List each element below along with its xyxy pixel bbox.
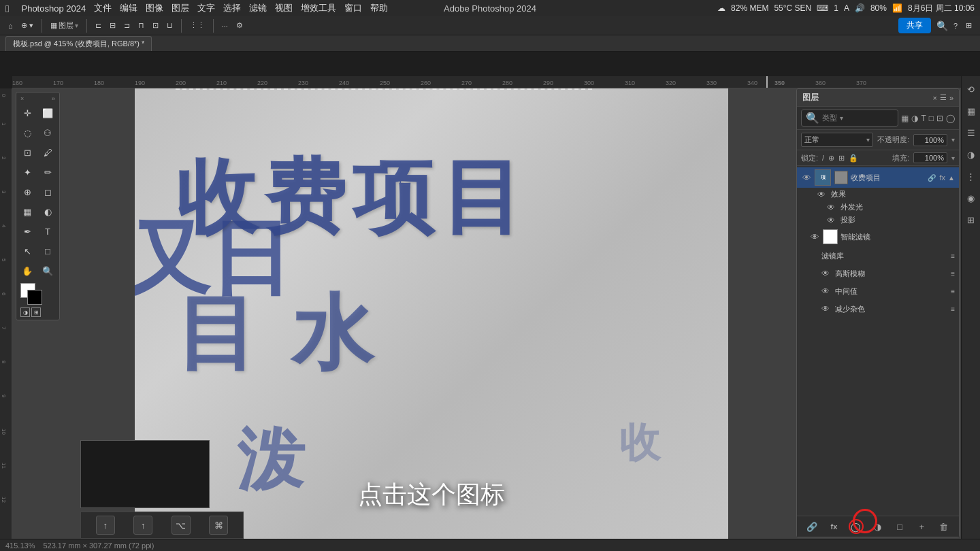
path-select-tool-btn[interactable]: ↖ <box>18 241 37 261</box>
crop-tool-btn[interactable]: ⊡ <box>18 143 37 162</box>
add-style-btn[interactable]: fx <box>826 519 841 534</box>
filter-adjust-icon[interactable]: ◑ <box>911 114 918 123</box>
preview-btn-up[interactable]: ↑ <box>96 516 115 535</box>
filter-shape-icon[interactable]: □ <box>929 114 934 123</box>
eyedropper-tool-btn[interactable]: 🖊 <box>38 143 57 162</box>
dodge-tool-btn[interactable]: ◐ <box>38 202 57 221</box>
menu-layer[interactable]: 图层 <box>172 2 189 14</box>
canvas-document[interactable]: 又日 收费项目 目 水 泼 收 点击这个图标 <box>135 88 728 539</box>
reduce-noise-visibility[interactable]: 👁 <box>821 304 832 314</box>
menu-plugins[interactable]: 增效工具 <box>301 2 336 14</box>
brush-tool-btn[interactable]: ✏ <box>38 163 57 182</box>
menu-type[interactable]: 文字 <box>197 2 215 14</box>
smart-filter-layer[interactable]: 👁 智能滤镜 <box>797 227 959 247</box>
help-btn[interactable]: ? <box>951 20 960 31</box>
panel-collapse-btn[interactable]: × <box>20 95 24 102</box>
align-left-btn[interactable]: ⊏ <box>93 20 104 31</box>
menu-image[interactable]: 图像 <box>146 2 163 14</box>
layer-collapse-arrow[interactable]: ▲ <box>948 174 955 182</box>
menu-view[interactable]: 视图 <box>275 2 293 14</box>
align-right-btn[interactable]: ⊐ <box>121 20 133 31</box>
median-visibility[interactable]: 👁 <box>821 286 832 296</box>
filter-pixel-icon[interactable]: ▦ <box>901 114 909 123</box>
arrange-btn[interactable]: ⊞ <box>963 20 975 31</box>
hand-tool-btn[interactable]: ✋ <box>18 261 37 280</box>
settings-btn[interactable]: ⚙ <box>233 20 246 31</box>
menu-window[interactable]: 窗口 <box>344 2 362 14</box>
home-button[interactable]: ⌂ <box>5 20 16 31</box>
search-icon[interactable]: 🔍 <box>936 20 948 31</box>
fill-dropdown-icon[interactable]: ▾ <box>951 154 955 162</box>
fill-input[interactable]: 100% <box>913 152 947 163</box>
heal-tool-btn[interactable]: ✦ <box>18 163 37 182</box>
distribute-btn[interactable]: ⋮⋮ <box>187 20 208 31</box>
properties-btn[interactable]: ☰ <box>964 125 979 140</box>
background-color[interactable] <box>27 290 42 305</box>
align-top-btn[interactable]: ⊓ <box>135 20 147 31</box>
filter-type-icon[interactable]: T <box>921 114 926 123</box>
more-options-btn[interactable]: ··· <box>219 20 231 31</box>
preview-btn-alt[interactable]: ⌥ <box>172 516 191 535</box>
quick-select-tool-btn[interactable]: ⚇ <box>38 123 57 142</box>
marquee-tool-btn[interactable]: ⬜ <box>38 103 57 122</box>
channels-btn[interactable]: ⋮ <box>964 169 979 184</box>
layer-visibility-eye[interactable]: 👁 <box>801 173 812 183</box>
eraser-tool-btn[interactable]: ◻ <box>38 182 57 201</box>
reduce-noise-item[interactable]: 👁 减少杂色 ≡ <box>797 300 959 318</box>
zoom-tool-btn[interactable]: 🔍 <box>38 261 57 280</box>
filter-toggle[interactable]: ◯ <box>946 114 955 123</box>
lock-transparent-icon[interactable]: / <box>822 154 824 162</box>
clone-tool-btn[interactable]: ⊕ <box>18 182 37 201</box>
app-name-menu[interactable]: Photoshop 2024 <box>21 3 86 14</box>
link-layers-btn[interactable]: 🔗 <box>804 519 819 534</box>
add-adjustment-btn[interactable]: ◑ <box>870 519 885 534</box>
lock-move-icon[interactable]: ⊕ <box>828 154 834 163</box>
smart-filter-visibility[interactable]: 👁 <box>809 232 820 242</box>
add-mask-btn[interactable]: ◯ <box>849 519 864 534</box>
patterns-btn[interactable]: ⊞ <box>964 212 979 227</box>
menu-select[interactable]: 选择 <box>223 2 241 14</box>
apple-icon[interactable]:  <box>5 3 9 14</box>
menu-file[interactable]: 文件 <box>94 2 112 14</box>
filter-smart-icon[interactable]: ⊡ <box>936 114 943 123</box>
gaussian-blur-item[interactable]: 👁 高斯模糊 ≡ <box>797 265 959 282</box>
share-button[interactable]: 共享 <box>898 18 931 33</box>
layer-type-selector[interactable]: ▦ 图层 ▾ <box>48 19 81 32</box>
menu-edit[interactable]: 编辑 <box>120 2 137 14</box>
ps-cloud-icon[interactable]: ☁ <box>717 3 725 13</box>
brush-presets-btn[interactable]: ◉ <box>964 190 979 205</box>
lock-all-icon[interactable]: 🔒 <box>849 154 858 163</box>
layers-search[interactable]: 🔍 类型 ▾ <box>801 110 898 127</box>
layers-menu-btn[interactable]: ☰ <box>940 93 947 102</box>
layers-collapse-btn[interactable]: × <box>932 94 936 102</box>
lock-artboard-icon[interactable]: ⊞ <box>838 154 845 163</box>
lasso-tool-btn[interactable]: ◌ <box>18 123 37 142</box>
shape-tool-btn[interactable]: □ <box>38 241 57 261</box>
group-layers-btn[interactable]: □ <box>892 519 907 534</box>
screen-mode-btn[interactable]: ⊞ <box>31 307 41 317</box>
new-layer-btn[interactable]: + <box>915 519 930 534</box>
opacity-input[interactable]: 100% <box>913 134 947 146</box>
adjustments-btn[interactable]: ◑ <box>964 147 979 162</box>
drop-shadow-visibility[interactable]: 👁 <box>827 216 838 225</box>
move-tool-options[interactable]: ⊕ ▾ <box>18 20 36 31</box>
menu-help[interactable]: 帮助 <box>370 2 388 14</box>
effects-group-visibility[interactable]: 👁 <box>817 190 828 199</box>
layer-fx-icon[interactable]: fx <box>940 173 946 182</box>
outer-glow-effect[interactable]: 👁 外发光 <box>797 201 959 214</box>
layers-expand-btn[interactable]: » <box>949 94 953 102</box>
pen-tool-btn[interactable]: ✒ <box>18 222 37 241</box>
effects-group[interactable]: 👁 效果 <box>797 188 959 201</box>
layers-icon-btn[interactable]: ▦ <box>964 103 979 118</box>
blend-mode-selector[interactable]: 正常 ▾ <box>801 133 873 147</box>
preview-btn-cmd[interactable]: ⌘ <box>209 516 228 535</box>
menu-filter[interactable]: 滤镜 <box>249 2 267 14</box>
align-middle-h-btn[interactable]: ⊡ <box>150 20 161 31</box>
history-btn[interactable]: ⟲ <box>964 82 979 97</box>
median-item[interactable]: 👁 中间值 ≡ <box>797 282 959 300</box>
filter-library-item[interactable]: 滤镜库 ≡ <box>797 247 959 265</box>
move-tool-btn[interactable]: ✛ <box>18 103 37 122</box>
outer-glow-visibility[interactable]: 👁 <box>827 203 838 212</box>
align-bottom-btn[interactable]: ⊔ <box>164 20 176 31</box>
layer-item-shoufei[interactable]: 👁 項 收费项目 🔗 fx ▲ <box>797 167 959 188</box>
